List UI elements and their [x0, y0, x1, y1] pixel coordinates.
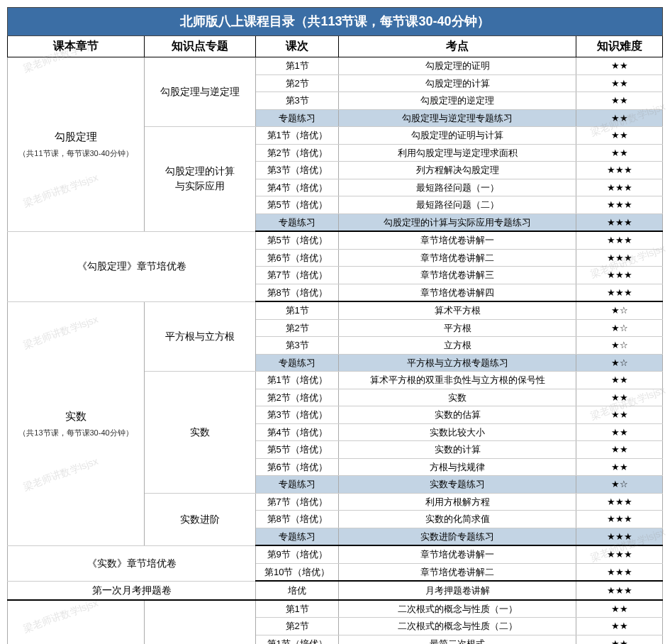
topic-cell: 勾股定理与逆定理	[144, 57, 255, 127]
diff-cell: ★★	[576, 57, 663, 75]
diff-cell: ★★★	[576, 545, 663, 563]
lesson-cell: 第2节	[256, 319, 339, 337]
lesson-cell: 第3节	[256, 337, 339, 355]
point-cell: 勾股定理的计算与实际应用专题练习	[339, 213, 576, 231]
point-cell: 最短路径问题（二）	[339, 196, 576, 214]
lesson-cell: 第8节（培优）	[256, 284, 339, 301]
point-cell: 勾股定理的证明	[339, 57, 576, 75]
lesson-cell: 第8节（培优）	[256, 511, 339, 528]
lesson-cell: 专题练习	[256, 476, 339, 494]
lesson-cell: 第1节（培优）	[256, 372, 339, 389]
diff-cell: ★☆	[576, 319, 663, 337]
header-row: 课本章节 知识点专题 课次 考点 知识难度	[8, 36, 663, 57]
chapter-sub: （共11节课，每节课30-40分钟）	[11, 148, 141, 160]
point-cell: 实数	[339, 389, 576, 406]
point-cell: 勾股定理与逆定理专题练习	[339, 109, 576, 127]
diff-cell: ★★	[576, 618, 663, 635]
point-cell: 章节培优卷讲解一	[339, 545, 576, 563]
point-cell: 方根与找规律	[339, 458, 576, 476]
diff-cell: ★★	[576, 92, 663, 110]
point-cell: 实数的化简求值	[339, 511, 576, 528]
chapter-shishu: 实数 （共13节课，每节课30-40分钟）	[8, 301, 145, 545]
chapter-name: 勾股定理	[55, 131, 97, 143]
lesson-cell: 第3节	[256, 92, 339, 110]
exam-cell: 《勾股定理》章节培优卷	[8, 231, 256, 301]
diff-cell: ★★	[576, 600, 663, 618]
lesson-cell: 第2节	[256, 74, 339, 92]
table-row: 第一次月考押题卷 培优月考押题卷讲解★★★	[8, 581, 663, 600]
diff-cell: ★★	[576, 127, 663, 145]
lesson-cell: 第2节（培优）	[256, 144, 339, 162]
point-cell: 章节培优卷讲解四	[339, 284, 576, 301]
lesson-cell: 第1节	[256, 57, 339, 75]
point-cell: 实数的计算	[339, 441, 576, 459]
point-cell: 利用勾股定理与逆定理求面积	[339, 144, 576, 162]
header-difficulty: 知识难度	[576, 36, 663, 57]
table-row: 二次根式 （共9节课，每节课30-40分钟） 二次根式 第1节二次根式的概念与性…	[8, 600, 663, 618]
exam-cell: 第一次月考押题卷	[8, 581, 256, 600]
point-cell: 列方程解决勾股定理	[339, 162, 576, 179]
diff-cell: ★★	[576, 423, 663, 441]
lesson-cell: 第6节（培优）	[256, 249, 339, 267]
lesson-cell: 第10节（培优）	[256, 563, 339, 581]
point-cell: 平方根与立方根专题练习	[339, 354, 576, 372]
lesson-cell: 第5节（培优）	[256, 441, 339, 459]
point-cell: 二次根式的概念与性质（一）	[339, 600, 576, 618]
lesson-cell: 第9节（培优）	[256, 545, 339, 563]
lesson-cell: 专题练习	[256, 528, 339, 545]
lesson-cell: 第1节	[256, 301, 339, 319]
table-row: 实数 （共13节课，每节课30-40分钟） 平方根与立方根 第1节算术平方根★☆	[8, 301, 663, 319]
lesson-cell: 第7节（培优）	[256, 267, 339, 284]
exam-cell: 《实数》章节培优卷	[8, 545, 256, 581]
diff-cell: ★☆	[576, 476, 663, 494]
diff-cell: ★☆	[576, 354, 663, 372]
topic-cell: 平方根与立方根	[144, 301, 255, 372]
point-cell: 实数比较大小	[339, 423, 576, 441]
header-chapter: 课本章节	[8, 36, 145, 57]
diff-cell: ★★★	[576, 196, 663, 214]
diff-cell: ★★	[576, 406, 663, 424]
diff-cell: ★★★	[576, 581, 663, 600]
point-cell: 勾股定理的逆定理	[339, 92, 576, 110]
course-catalog-table: 北师版八上课程目录（共113节课，每节课30-40分钟） 课本章节 知识点专题 …	[7, 7, 663, 644]
point-cell: 勾股定理的证明与计算	[339, 127, 576, 145]
chapter-sub: （共13节课，每节课30-40分钟）	[11, 427, 141, 439]
point-cell: 算术平方根的双重非负性与立方根的保号性	[339, 372, 576, 389]
diff-cell: ★★	[576, 372, 663, 389]
lesson-cell: 第2节（培优）	[256, 389, 339, 406]
lesson-cell: 第3节（培优）	[256, 406, 339, 424]
header-point: 考点	[339, 36, 576, 57]
header-lesson: 课次	[256, 36, 339, 57]
chapter-name: 实数	[65, 410, 86, 422]
point-cell: 实数进阶专题练习	[339, 528, 576, 545]
diff-cell: ★★	[576, 389, 663, 406]
table-row: 《实数》章节培优卷 第9节（培优）章节培优卷讲解一★★★	[8, 545, 663, 563]
point-cell: 实数的估算	[339, 406, 576, 424]
point-cell: 立方根	[339, 337, 576, 355]
diff-cell: ★★	[576, 109, 663, 127]
point-cell: 章节培优卷讲解三	[339, 267, 576, 284]
lesson-cell: 第4节（培优）	[256, 179, 339, 196]
lesson-cell: 第5节（培优）	[256, 196, 339, 214]
diff-cell: ★★	[576, 441, 663, 459]
point-cell: 最短路径问题（一）	[339, 179, 576, 196]
point-cell: 勾股定理的计算	[339, 74, 576, 92]
point-cell: 章节培优卷讲解二	[339, 249, 576, 267]
point-cell: 平方根	[339, 319, 576, 337]
lesson-cell: 第6节（培优）	[256, 458, 339, 476]
point-cell: 实数专题练习	[339, 476, 576, 494]
lesson-cell: 第1节	[256, 600, 339, 618]
point-cell: 月考押题卷讲解	[339, 581, 576, 600]
diff-cell: ★★	[576, 74, 663, 92]
lesson-cell: 培优	[256, 581, 339, 600]
lesson-cell: 第3节（培优）	[256, 162, 339, 179]
diff-cell: ★★★	[576, 213, 663, 231]
topic-line: 与实际应用	[175, 180, 225, 191]
page-title: 北师版八上课程目录（共113节课，每节课30-40分钟）	[8, 8, 663, 36]
diff-cell: ★★	[576, 144, 663, 162]
lesson-cell: 第1节（培优）	[256, 127, 339, 145]
topic-cell: 实数进阶	[144, 493, 255, 545]
diff-cell: ★★★	[576, 179, 663, 196]
diff-cell: ★★★	[576, 267, 663, 284]
diff-cell: ★☆	[576, 301, 663, 319]
